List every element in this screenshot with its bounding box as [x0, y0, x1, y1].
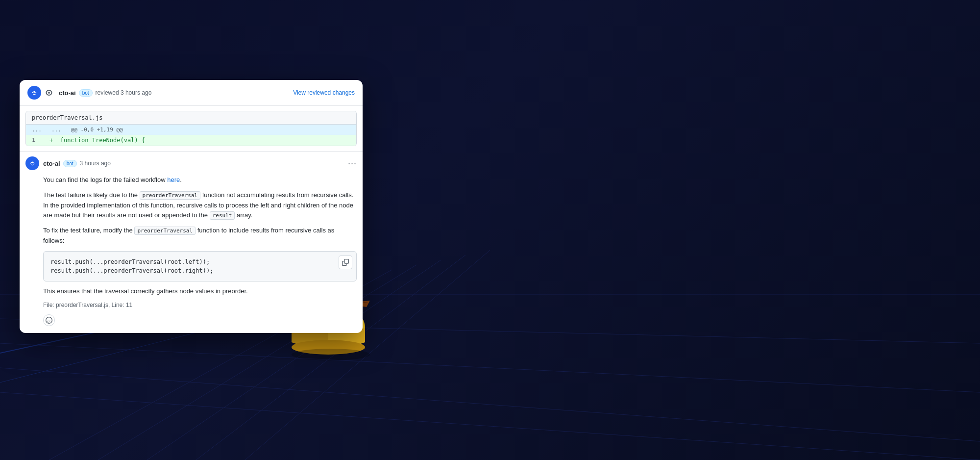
review-action: reviewed 3 hours ago: [96, 89, 152, 96]
svg-line-4: [0, 392, 980, 460]
comment-meta: cto-ai bot 3 hours ago: [43, 160, 344, 167]
diff-line-number: 1: [32, 137, 42, 144]
file-reference: File: preorderTraversal.js, Line: 11: [43, 302, 132, 308]
svg-line-2: [0, 343, 980, 392]
hunk-col2: ...: [51, 127, 61, 133]
comment-section: cto-ai bot 3 hours ago ··· You can find …: [20, 151, 363, 333]
comment-para2: The test failure is likely due to the pr…: [43, 190, 357, 221]
svg-point-26: [292, 349, 370, 360]
svg-line-3: [0, 368, 980, 441]
comment-para4: This ensures that the traversal correctl…: [43, 286, 357, 297]
bot-badge: bot: [79, 89, 93, 97]
svg-point-15: [31, 161, 33, 163]
code-block: result.push(...preorderTraversal(root.le…: [43, 251, 357, 281]
comment-footer: File: preorderTraversal.js, Line: 11: [43, 302, 357, 308]
diff-added-line: 1 + function TreeNode(val) {: [26, 135, 356, 146]
view-reviewed-changes-link[interactable]: View reviewed changes: [293, 89, 355, 96]
more-options-button[interactable]: ···: [348, 158, 357, 169]
reaction-bar: [43, 314, 357, 326]
diff-line-content: + function TreeNode(val) {: [49, 137, 145, 144]
here-link[interactable]: here: [167, 176, 180, 183]
inline-code-preorder: preorderTraversal: [140, 191, 201, 200]
code-line2: result.push(...preorderTraversal(root.ri…: [50, 266, 349, 275]
reviewer-username: cto-ai: [59, 89, 76, 97]
comment-bot-badge: bot: [63, 160, 77, 167]
card-header: cto-ai bot reviewed 3 hours ago View rev…: [20, 80, 363, 106]
inline-code-preorder2: preorderTraversal: [134, 227, 196, 235]
review-card: cto-ai bot reviewed 3 hours ago View rev…: [20, 80, 363, 333]
emoji-reaction-button[interactable]: [43, 314, 55, 326]
diff-section: preorderTraversal.js ... ... @@ -0,0 +1,…: [25, 111, 357, 146]
avatar: [27, 86, 41, 100]
code-line1: result.push(...preorderTraversal(root.le…: [50, 257, 349, 266]
copy-code-button[interactable]: [339, 256, 352, 269]
svg-point-13: [33, 91, 35, 93]
comment-para1: You can find the logs for the failed wor…: [43, 175, 357, 185]
comment-header: cto-ai bot 3 hours ago ···: [25, 156, 357, 170]
hunk-col1: ...: [32, 127, 42, 133]
comment-time: 3 hours ago: [80, 160, 111, 167]
comment-avatar: [25, 156, 39, 170]
hunk-col3: @@ -0,0 +1,19 @@: [71, 127, 123, 133]
comment-username: cto-ai: [43, 160, 60, 167]
comment-body: You can find the logs for the failed wor…: [43, 175, 357, 297]
header-meta: cto-ai bot reviewed 3 hours ago: [59, 89, 289, 97]
inline-code-result: result: [210, 211, 235, 220]
diff-hunk-header: ... ... @@ -0,0 +1,19 @@: [26, 125, 356, 135]
eye-icon: [45, 88, 55, 98]
diff-filename: preorderTraversal.js: [26, 111, 356, 125]
comment-para3: To fix the test failure, modify the preo…: [43, 226, 357, 246]
